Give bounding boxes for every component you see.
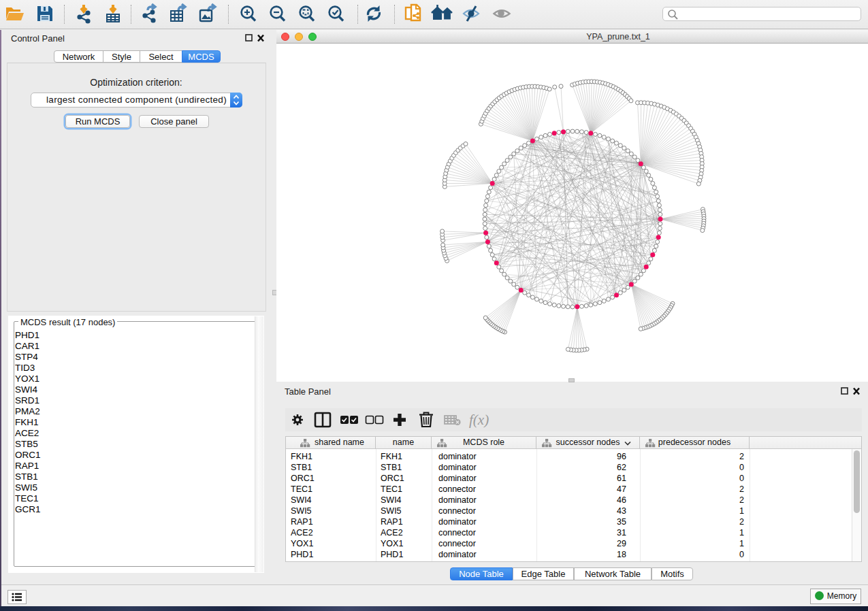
svg-text:f(x): f(x) [469, 412, 489, 428]
